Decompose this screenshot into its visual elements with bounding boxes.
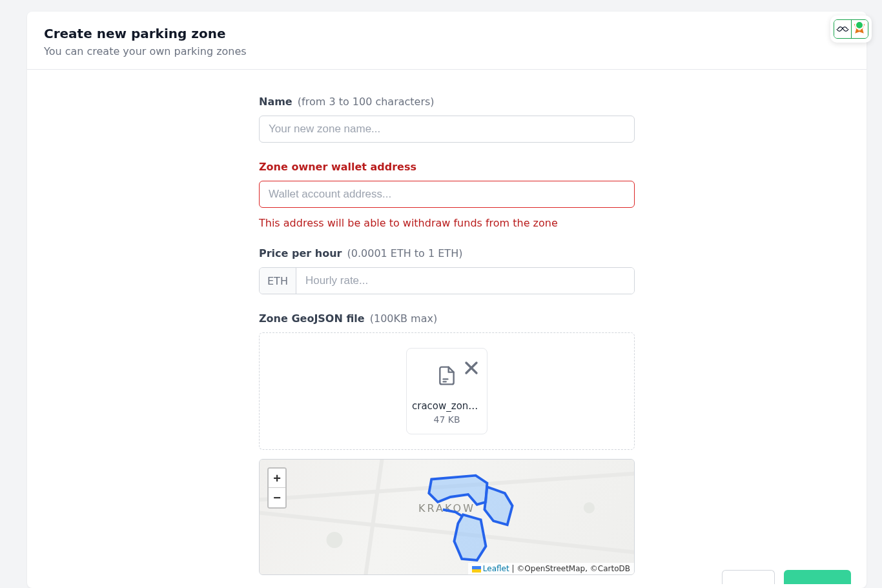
map-attribution: Leaflet | ©OpenStreetMap, ©CartoDB [468, 563, 634, 574]
map-preview[interactable]: KRAKOW + − Leaflet | ©O [259, 459, 635, 575]
create-zone-form: Name (from 3 to 100 characters) Zone own… [259, 96, 635, 575]
zone-polygon [417, 465, 544, 567]
page-title: Create new parking zone [44, 26, 850, 41]
page-subtitle: You can create your own parking zones [44, 45, 850, 57]
wallet-input[interactable] [259, 181, 635, 208]
map-zoom-controls: + − [267, 467, 287, 509]
wallet-group: Zone owner wallet address This address w… [259, 161, 635, 229]
wallet-error-help: This address will be able to withdraw fu… [259, 217, 635, 229]
price-currency-addon: ETH [260, 268, 296, 294]
file-size: 47 KB [433, 414, 460, 425]
wallet-label: Zone owner wallet address [259, 161, 416, 173]
cancel-button[interactable] [722, 570, 775, 584]
geojson-dropzone[interactable]: cracow_zone… 47 KB [259, 332, 635, 450]
geojson-label: Zone GeoJSON file [259, 312, 365, 325]
svg-marker-5 [484, 487, 512, 525]
price-hint: (0.0001 ETH to 1 ETH) [347, 247, 463, 259]
logo-icon [834, 20, 852, 38]
attribution-text: | ©OpenStreetMap, ©CartoDB [509, 564, 630, 573]
create-zone-card: Create new parking zone You can create y… [27, 12, 867, 588]
name-input[interactable] [259, 116, 635, 143]
card-header: Create new parking zone You can create y… [27, 12, 867, 70]
file-name: cracow_zone… [412, 400, 482, 412]
connected-status-dot [855, 21, 864, 30]
price-input[interactable] [296, 268, 634, 294]
svg-marker-4 [429, 476, 487, 505]
name-label: Name [259, 96, 292, 108]
svg-marker-6 [454, 514, 486, 560]
footer-actions [722, 570, 851, 584]
ukraine-flag-icon [472, 566, 481, 573]
remove-file-icon[interactable] [461, 354, 482, 384]
zoom-out-button[interactable]: − [269, 488, 285, 507]
leaflet-link[interactable]: Leaflet [483, 564, 509, 573]
price-group: Price per hour (0.0001 ETH to 1 ETH) ETH [259, 247, 635, 294]
document-icon [436, 361, 457, 392]
name-hint: (from 3 to 100 characters) [298, 96, 435, 108]
submit-button[interactable] [784, 570, 851, 584]
uploaded-file: cracow_zone… 47 KB [406, 348, 487, 434]
geojson-group: Zone GeoJSON file (100KB max) [259, 312, 635, 575]
wallet-status-badge[interactable] [830, 15, 872, 43]
price-label: Price per hour [259, 247, 342, 259]
price-input-group: ETH [259, 267, 635, 294]
name-group: Name (from 3 to 100 characters) [259, 96, 635, 143]
zoom-in-button[interactable]: + [269, 469, 285, 488]
geojson-hint: (100KB max) [370, 312, 437, 325]
